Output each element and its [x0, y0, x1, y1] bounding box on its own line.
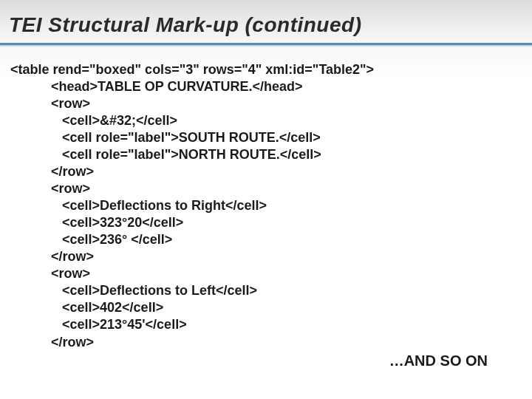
code-block: <table rend="boxed" cols="3" rows="4" xm…	[10, 61, 517, 351]
slide-title: TEI Structural Mark-up (continued)	[9, 13, 532, 37]
slide: TEI Structural Mark-up (continued) <tabl…	[0, 0, 532, 399]
title-bar: TEI Structural Mark-up (continued)	[0, 0, 532, 45]
footer-note: …AND SO ON	[10, 352, 517, 369]
slide-content: <table rend="boxed" cols="3" rows="4" xm…	[0, 45, 532, 369]
